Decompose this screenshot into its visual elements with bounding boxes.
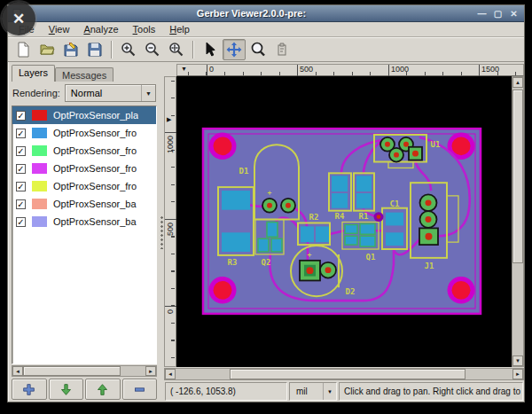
layer-visibility-checkbox[interactable]: ✓ (16, 182, 26, 191)
toolbar (8, 37, 524, 62)
mounting-hole (448, 133, 475, 160)
layer-row[interactable]: ✓ OptProxSensor_fro (12, 177, 156, 195)
ruler-tick (165, 132, 176, 133)
ruler-label: 0 (166, 309, 175, 314)
layer-color-swatch[interactable] (32, 181, 47, 191)
scroll-left-icon[interactable]: ◄ (12, 366, 23, 376)
rendering-row: Rendering: Normal ▼ (10, 82, 159, 105)
save-as-button[interactable] (59, 39, 82, 60)
arrow-down-icon (59, 383, 73, 396)
menu-tools[interactable]: Tools (126, 23, 163, 35)
horizontal-scrollbar[interactable]: ◄ ► (164, 368, 524, 380)
pcb-canvas[interactable]: + D1 R3 (176, 76, 512, 367)
pan-tool-button[interactable] (223, 39, 246, 60)
layers-panel: Layers Messages Rendering: Normal ▼ ✓ Op… (8, 62, 159, 402)
svg-text:Q2: Q2 (262, 258, 271, 267)
svg-text:Q1: Q1 (366, 253, 376, 262)
layer-color-swatch[interactable] (32, 199, 47, 209)
add-layer-button[interactable] (12, 379, 47, 400)
layer-label: OptProxSensor_ba (53, 199, 137, 209)
scroll-right-icon[interactable]: ► (145, 366, 156, 376)
layer-row[interactable]: ✓ OptProxSensor_ba (12, 195, 156, 213)
tab-layers[interactable]: Layers (12, 65, 55, 82)
layer-row[interactable]: ✓ OptProxSensor_fro (12, 142, 156, 160)
layer-visibility-checkbox[interactable]: ✓ (16, 111, 26, 121)
layer-label: OptProxSensor_fro (53, 128, 137, 138)
titlebar: Gerber Viewer2.0.0-pre: — ▢ ✕ (8, 5, 524, 22)
move-layer-up-button[interactable] (85, 379, 121, 400)
layer-visibility-checkbox[interactable]: ✓ (16, 164, 26, 174)
pointer-icon (202, 42, 218, 58)
scroll-down-icon[interactable]: ▼ (512, 355, 523, 366)
ruler-tick (207, 65, 207, 76)
mounting-hole (209, 133, 237, 160)
ruler-label: 500 (300, 65, 313, 74)
save-as-icon (63, 42, 79, 58)
layer-color-swatch[interactable] (32, 163, 47, 174)
remove-layer-button[interactable] (122, 379, 158, 400)
toolbar-separator (192, 41, 194, 59)
splitter-grip (160, 215, 163, 249)
tab-messages[interactable]: Messages (55, 67, 113, 82)
layer-color-swatch[interactable] (32, 128, 47, 138)
app-window: Gerber Viewer2.0.0-pre: — ▢ ✕ File View … (7, 4, 525, 402)
minimize-button[interactable]: — (476, 8, 488, 20)
units-select[interactable]: mil ▼ (289, 382, 337, 401)
vertical-ruler: ▶ 1000 500 0 (164, 76, 176, 367)
zoom-out-button[interactable] (141, 39, 164, 60)
close-button[interactable]: ✕ (508, 8, 520, 20)
zoom-out-icon (145, 42, 160, 58)
move-layer-down-button[interactable] (49, 379, 84, 400)
layer-visibility-checkbox[interactable]: ✓ (16, 199, 26, 209)
layer-row[interactable]: ✓ OptProxSensor_fro (12, 124, 156, 142)
pointer-tool-button[interactable] (199, 39, 222, 60)
scrollbar-thumb[interactable] (230, 369, 466, 379)
scroll-up-icon[interactable]: ▲ (512, 77, 523, 88)
new-file-button[interactable] (12, 39, 35, 60)
vertical-scrollbar[interactable]: ▲ ▼ (512, 76, 524, 367)
ruler-label: 0 (209, 65, 214, 74)
svg-text:R4: R4 (335, 212, 345, 221)
zoom-fit-button[interactable] (165, 39, 188, 60)
scroll-left-icon[interactable]: ◄ (165, 369, 176, 379)
measure-tool-button[interactable] (270, 39, 293, 60)
ruler-tick (165, 306, 176, 307)
layer-list-hscrollbar[interactable]: ◄ ► (12, 365, 157, 377)
layer-visibility-checkbox[interactable]: ✓ (16, 217, 26, 227)
ruler-label: 500 (166, 223, 175, 236)
rendering-label: Rendering: (12, 88, 60, 98)
scroll-right-icon[interactable]: ► (512, 369, 523, 379)
arrow-up-icon (96, 383, 109, 396)
layer-color-swatch[interactable] (32, 145, 47, 156)
svg-text:J1: J1 (425, 262, 434, 270)
layer-row[interactable]: ✓ OptProxSensor_fro (12, 160, 156, 177)
horizontal-ruler: ▼ 0 500 1000 1500 (176, 64, 524, 76)
maximize-button[interactable]: ▢ (492, 8, 504, 20)
svg-text:D2: D2 (346, 287, 356, 296)
ruler-corner (164, 64, 176, 76)
svg-text:U1: U1 (431, 140, 441, 149)
layer-row[interactable]: ✓ OptProxSensor_ba (12, 213, 156, 230)
zoom-tool-button[interactable] (246, 39, 270, 60)
menu-help[interactable]: Help (162, 23, 197, 35)
ruler-tick (388, 65, 389, 76)
chevron-down-icon: ▼ (323, 383, 336, 400)
overlay-close-button[interactable]: ✕ (2, 2, 35, 35)
layer-visibility-checkbox[interactable]: ✓ (16, 129, 26, 138)
layer-visibility-checkbox[interactable]: ✓ (16, 146, 26, 156)
menu-view[interactable]: View (42, 23, 77, 35)
rendering-select[interactable]: Normal ▼ (65, 84, 156, 102)
ruler-tick (165, 219, 176, 220)
scrollbar-thumb[interactable] (512, 90, 523, 263)
layer-color-swatch[interactable] (32, 110, 47, 121)
layer-row[interactable]: ✓ OptProxSensor_pla (12, 106, 156, 124)
layer-color-swatch[interactable] (32, 216, 47, 227)
layer-list: ✓ OptProxSensor_pla ✓ OptProxSensor_fro … (12, 105, 157, 364)
open-folder-icon (39, 42, 55, 58)
open-button[interactable] (35, 39, 59, 60)
scrollbar-thumb[interactable] (23, 366, 121, 376)
save-button[interactable] (83, 39, 106, 60)
layer-buttons (10, 377, 159, 400)
menu-analyze[interactable]: Analyze (76, 23, 125, 35)
zoom-in-button[interactable] (117, 39, 140, 60)
